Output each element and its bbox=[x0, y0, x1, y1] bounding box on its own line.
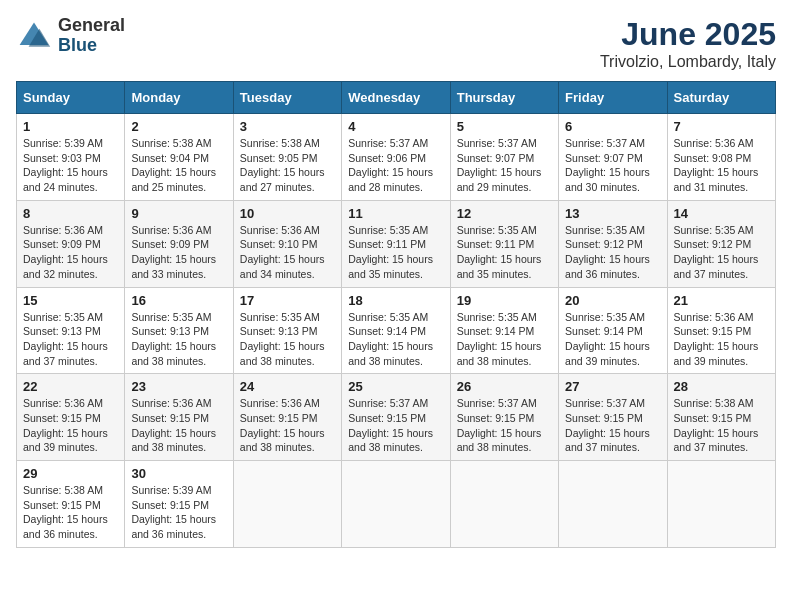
header: General Blue June 2025 Trivolzio, Lombar… bbox=[16, 16, 776, 71]
header-wednesday: Wednesday bbox=[342, 82, 450, 114]
day-number: 3 bbox=[240, 119, 335, 134]
table-row: 4 Sunrise: 5:37 AMSunset: 9:06 PMDayligh… bbox=[342, 114, 450, 201]
day-number: 12 bbox=[457, 206, 552, 221]
day-number: 20 bbox=[565, 293, 660, 308]
table-row: 16 Sunrise: 5:35 AMSunset: 9:13 PMDaylig… bbox=[125, 287, 233, 374]
table-row: 13 Sunrise: 5:35 AMSunset: 9:12 PMDaylig… bbox=[559, 200, 667, 287]
day-number: 26 bbox=[457, 379, 552, 394]
table-row: 15 Sunrise: 5:35 AMSunset: 9:13 PMDaylig… bbox=[17, 287, 125, 374]
cell-content: Sunrise: 5:37 AMSunset: 9:15 PMDaylight:… bbox=[565, 397, 650, 453]
day-number: 30 bbox=[131, 466, 226, 481]
cell-content: Sunrise: 5:38 AMSunset: 9:05 PMDaylight:… bbox=[240, 137, 325, 193]
day-number: 6 bbox=[565, 119, 660, 134]
table-row: 22 Sunrise: 5:36 AMSunset: 9:15 PMDaylig… bbox=[17, 374, 125, 461]
table-row: 20 Sunrise: 5:35 AMSunset: 9:14 PMDaylig… bbox=[559, 287, 667, 374]
cell-content: Sunrise: 5:38 AMSunset: 9:15 PMDaylight:… bbox=[23, 484, 108, 540]
table-row: 30 Sunrise: 5:39 AMSunset: 9:15 PMDaylig… bbox=[125, 461, 233, 548]
table-row: 10 Sunrise: 5:36 AMSunset: 9:10 PMDaylig… bbox=[233, 200, 341, 287]
cell-content: Sunrise: 5:37 AMSunset: 9:07 PMDaylight:… bbox=[457, 137, 542, 193]
cell-content: Sunrise: 5:38 AMSunset: 9:15 PMDaylight:… bbox=[674, 397, 759, 453]
cell-content: Sunrise: 5:37 AMSunset: 9:15 PMDaylight:… bbox=[457, 397, 542, 453]
day-number: 29 bbox=[23, 466, 118, 481]
day-number: 7 bbox=[674, 119, 769, 134]
day-number: 27 bbox=[565, 379, 660, 394]
day-number: 11 bbox=[348, 206, 443, 221]
cell-content: Sunrise: 5:39 AMSunset: 9:15 PMDaylight:… bbox=[131, 484, 216, 540]
cell-content: Sunrise: 5:37 AMSunset: 9:15 PMDaylight:… bbox=[348, 397, 433, 453]
calendar-week-row: 29 Sunrise: 5:38 AMSunset: 9:15 PMDaylig… bbox=[17, 461, 776, 548]
day-number: 13 bbox=[565, 206, 660, 221]
cell-content: Sunrise: 5:36 AMSunset: 9:09 PMDaylight:… bbox=[131, 224, 216, 280]
table-row: 12 Sunrise: 5:35 AMSunset: 9:11 PMDaylig… bbox=[450, 200, 558, 287]
table-row bbox=[559, 461, 667, 548]
cell-content: Sunrise: 5:35 AMSunset: 9:12 PMDaylight:… bbox=[674, 224, 759, 280]
header-friday: Friday bbox=[559, 82, 667, 114]
day-number: 14 bbox=[674, 206, 769, 221]
day-number: 10 bbox=[240, 206, 335, 221]
cell-content: Sunrise: 5:35 AMSunset: 9:14 PMDaylight:… bbox=[457, 311, 542, 367]
day-number: 19 bbox=[457, 293, 552, 308]
cell-content: Sunrise: 5:35 AMSunset: 9:13 PMDaylight:… bbox=[131, 311, 216, 367]
calendar-week-row: 15 Sunrise: 5:35 AMSunset: 9:13 PMDaylig… bbox=[17, 287, 776, 374]
calendar-title: June 2025 bbox=[600, 16, 776, 53]
cell-content: Sunrise: 5:37 AMSunset: 9:06 PMDaylight:… bbox=[348, 137, 433, 193]
day-number: 2 bbox=[131, 119, 226, 134]
day-number: 8 bbox=[23, 206, 118, 221]
table-row bbox=[233, 461, 341, 548]
cell-content: Sunrise: 5:38 AMSunset: 9:04 PMDaylight:… bbox=[131, 137, 216, 193]
table-row: 24 Sunrise: 5:36 AMSunset: 9:15 PMDaylig… bbox=[233, 374, 341, 461]
table-row: 5 Sunrise: 5:37 AMSunset: 9:07 PMDayligh… bbox=[450, 114, 558, 201]
table-row: 11 Sunrise: 5:35 AMSunset: 9:11 PMDaylig… bbox=[342, 200, 450, 287]
cell-content: Sunrise: 5:35 AMSunset: 9:13 PMDaylight:… bbox=[240, 311, 325, 367]
day-number: 1 bbox=[23, 119, 118, 134]
cell-content: Sunrise: 5:36 AMSunset: 9:08 PMDaylight:… bbox=[674, 137, 759, 193]
table-row: 27 Sunrise: 5:37 AMSunset: 9:15 PMDaylig… bbox=[559, 374, 667, 461]
day-number: 5 bbox=[457, 119, 552, 134]
calendar-week-row: 22 Sunrise: 5:36 AMSunset: 9:15 PMDaylig… bbox=[17, 374, 776, 461]
day-number: 28 bbox=[674, 379, 769, 394]
table-row: 21 Sunrise: 5:36 AMSunset: 9:15 PMDaylig… bbox=[667, 287, 775, 374]
table-row: 23 Sunrise: 5:36 AMSunset: 9:15 PMDaylig… bbox=[125, 374, 233, 461]
header-monday: Monday bbox=[125, 82, 233, 114]
table-row bbox=[342, 461, 450, 548]
logo: General Blue bbox=[16, 16, 125, 56]
table-row: 28 Sunrise: 5:38 AMSunset: 9:15 PMDaylig… bbox=[667, 374, 775, 461]
cell-content: Sunrise: 5:35 AMSunset: 9:11 PMDaylight:… bbox=[457, 224, 542, 280]
table-row: 26 Sunrise: 5:37 AMSunset: 9:15 PMDaylig… bbox=[450, 374, 558, 461]
day-number: 4 bbox=[348, 119, 443, 134]
title-area: June 2025 Trivolzio, Lombardy, Italy bbox=[600, 16, 776, 71]
table-row: 17 Sunrise: 5:35 AMSunset: 9:13 PMDaylig… bbox=[233, 287, 341, 374]
day-number: 18 bbox=[348, 293, 443, 308]
cell-content: Sunrise: 5:39 AMSunset: 9:03 PMDaylight:… bbox=[23, 137, 108, 193]
cell-content: Sunrise: 5:36 AMSunset: 9:15 PMDaylight:… bbox=[23, 397, 108, 453]
cell-content: Sunrise: 5:35 AMSunset: 9:14 PMDaylight:… bbox=[565, 311, 650, 367]
table-row: 19 Sunrise: 5:35 AMSunset: 9:14 PMDaylig… bbox=[450, 287, 558, 374]
cell-content: Sunrise: 5:35 AMSunset: 9:13 PMDaylight:… bbox=[23, 311, 108, 367]
table-row: 14 Sunrise: 5:35 AMSunset: 9:12 PMDaylig… bbox=[667, 200, 775, 287]
cell-content: Sunrise: 5:36 AMSunset: 9:10 PMDaylight:… bbox=[240, 224, 325, 280]
logo-text: General Blue bbox=[58, 16, 125, 56]
table-row: 18 Sunrise: 5:35 AMSunset: 9:14 PMDaylig… bbox=[342, 287, 450, 374]
day-number: 23 bbox=[131, 379, 226, 394]
day-number: 9 bbox=[131, 206, 226, 221]
cell-content: Sunrise: 5:36 AMSunset: 9:15 PMDaylight:… bbox=[131, 397, 216, 453]
day-number: 16 bbox=[131, 293, 226, 308]
calendar-table: Sunday Monday Tuesday Wednesday Thursday… bbox=[16, 81, 776, 548]
table-row: 9 Sunrise: 5:36 AMSunset: 9:09 PMDayligh… bbox=[125, 200, 233, 287]
header-sunday: Sunday bbox=[17, 82, 125, 114]
day-number: 22 bbox=[23, 379, 118, 394]
day-number: 25 bbox=[348, 379, 443, 394]
calendar-week-row: 1 Sunrise: 5:39 AMSunset: 9:03 PMDayligh… bbox=[17, 114, 776, 201]
table-row bbox=[667, 461, 775, 548]
cell-content: Sunrise: 5:37 AMSunset: 9:07 PMDaylight:… bbox=[565, 137, 650, 193]
table-row: 29 Sunrise: 5:38 AMSunset: 9:15 PMDaylig… bbox=[17, 461, 125, 548]
table-row: 2 Sunrise: 5:38 AMSunset: 9:04 PMDayligh… bbox=[125, 114, 233, 201]
table-row: 7 Sunrise: 5:36 AMSunset: 9:08 PMDayligh… bbox=[667, 114, 775, 201]
day-number: 24 bbox=[240, 379, 335, 394]
days-header-row: Sunday Monday Tuesday Wednesday Thursday… bbox=[17, 82, 776, 114]
cell-content: Sunrise: 5:36 AMSunset: 9:15 PMDaylight:… bbox=[240, 397, 325, 453]
table-row: 6 Sunrise: 5:37 AMSunset: 9:07 PMDayligh… bbox=[559, 114, 667, 201]
table-row: 3 Sunrise: 5:38 AMSunset: 9:05 PMDayligh… bbox=[233, 114, 341, 201]
day-number: 15 bbox=[23, 293, 118, 308]
header-tuesday: Tuesday bbox=[233, 82, 341, 114]
